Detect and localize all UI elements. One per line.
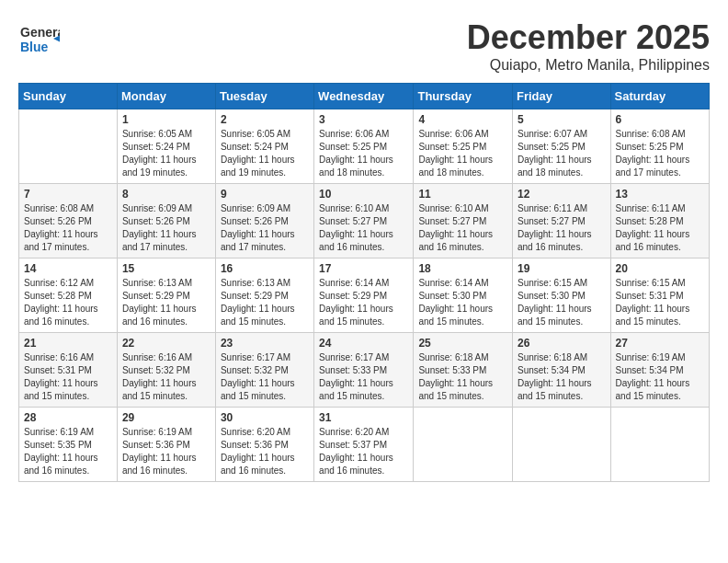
table-row: 3Sunrise: 6:06 AMSunset: 5:25 PMDaylight…: [314, 109, 414, 184]
day-number: 7: [24, 188, 112, 201]
day-number: 20: [616, 262, 704, 275]
table-row: 15Sunrise: 6:13 AMSunset: 5:29 PMDayligh…: [117, 259, 215, 333]
header-saturday: Saturday: [610, 84, 709, 109]
table-row: 27Sunrise: 6:19 AMSunset: 5:34 PMDayligh…: [610, 333, 709, 408]
header-thursday: Thursday: [414, 84, 513, 109]
day-number: 21: [24, 337, 112, 350]
day-number: 31: [319, 411, 408, 424]
table-row: 26Sunrise: 6:18 AMSunset: 5:34 PMDayligh…: [513, 333, 611, 408]
day-info: Sunrise: 6:06 AMSunset: 5:25 PMDaylight:…: [319, 128, 408, 179]
table-row: [414, 408, 513, 482]
day-number: 15: [122, 262, 210, 275]
table-row: 29Sunrise: 6:19 AMSunset: 5:36 PMDayligh…: [117, 408, 215, 482]
table-row: 28Sunrise: 6:19 AMSunset: 5:35 PMDayligh…: [19, 408, 118, 482]
table-row: 9Sunrise: 6:09 AMSunset: 5:26 PMDaylight…: [215, 184, 313, 259]
page-header: General Blue December 2025 Quiapo, Metro…: [18, 18, 710, 74]
table-row: 19Sunrise: 6:15 AMSunset: 5:30 PMDayligh…: [513, 259, 611, 333]
table-row: 23Sunrise: 6:17 AMSunset: 5:32 PMDayligh…: [215, 333, 313, 408]
day-number: 3: [319, 113, 408, 126]
day-info: Sunrise: 6:16 AMSunset: 5:32 PMDaylight:…: [122, 351, 210, 403]
day-info: Sunrise: 6:20 AMSunset: 5:36 PMDaylight:…: [221, 426, 309, 477]
day-number: 8: [122, 188, 210, 201]
day-info: Sunrise: 6:18 AMSunset: 5:34 PMDaylight:…: [518, 351, 606, 403]
day-info: Sunrise: 6:14 AMSunset: 5:29 PMDaylight:…: [319, 277, 408, 328]
header-monday: Monday: [117, 84, 215, 109]
day-number: 25: [418, 337, 507, 350]
table-row: 14Sunrise: 6:12 AMSunset: 5:28 PMDayligh…: [19, 259, 118, 333]
calendar-header-row: Sunday Monday Tuesday Wednesday Thursday…: [19, 84, 710, 109]
calendar-week-4: 21Sunrise: 6:16 AMSunset: 5:31 PMDayligh…: [19, 333, 710, 408]
header-tuesday: Tuesday: [215, 84, 313, 109]
table-row: 17Sunrise: 6:14 AMSunset: 5:29 PMDayligh…: [314, 259, 414, 333]
day-info: Sunrise: 6:17 AMSunset: 5:33 PMDaylight:…: [319, 351, 408, 403]
table-row: 13Sunrise: 6:11 AMSunset: 5:28 PMDayligh…: [610, 184, 709, 259]
table-row: 16Sunrise: 6:13 AMSunset: 5:29 PMDayligh…: [215, 259, 313, 333]
table-row: 4Sunrise: 6:06 AMSunset: 5:25 PMDaylight…: [414, 109, 513, 184]
day-number: 6: [616, 113, 704, 126]
day-number: 13: [616, 188, 704, 201]
day-number: 18: [418, 262, 507, 275]
day-number: 27: [616, 337, 704, 350]
day-info: Sunrise: 6:05 AMSunset: 5:24 PMDaylight:…: [122, 128, 210, 179]
calendar-week-3: 14Sunrise: 6:12 AMSunset: 5:28 PMDayligh…: [19, 259, 710, 333]
day-info: Sunrise: 6:10 AMSunset: 5:27 PMDaylight:…: [418, 202, 507, 254]
calendar-week-5: 28Sunrise: 6:19 AMSunset: 5:35 PMDayligh…: [19, 408, 710, 482]
day-info: Sunrise: 6:20 AMSunset: 5:37 PMDaylight:…: [319, 426, 408, 477]
day-number: 5: [518, 113, 606, 126]
table-row: 10Sunrise: 6:10 AMSunset: 5:27 PMDayligh…: [314, 184, 414, 259]
day-info: Sunrise: 6:09 AMSunset: 5:26 PMDaylight:…: [122, 202, 210, 254]
day-info: Sunrise: 6:06 AMSunset: 5:25 PMDaylight:…: [418, 128, 507, 179]
header-wednesday: Wednesday: [314, 84, 414, 109]
logo: General Blue: [18, 18, 60, 60]
day-number: 24: [319, 337, 408, 350]
day-info: Sunrise: 6:11 AMSunset: 5:27 PMDaylight:…: [518, 202, 606, 254]
day-info: Sunrise: 6:18 AMSunset: 5:33 PMDaylight:…: [418, 351, 507, 403]
day-number: 29: [122, 411, 210, 424]
day-number: 19: [518, 262, 606, 275]
day-info: Sunrise: 6:05 AMSunset: 5:24 PMDaylight:…: [221, 128, 309, 179]
day-number: 14: [24, 262, 112, 275]
day-info: Sunrise: 6:11 AMSunset: 5:28 PMDaylight:…: [616, 202, 704, 254]
header-friday: Friday: [513, 84, 611, 109]
table-row: [513, 408, 611, 482]
day-info: Sunrise: 6:14 AMSunset: 5:30 PMDaylight:…: [418, 277, 507, 328]
day-number: 12: [518, 188, 606, 201]
day-number: 16: [221, 262, 309, 275]
calendar-week-1: 1Sunrise: 6:05 AMSunset: 5:24 PMDaylight…: [19, 109, 710, 184]
day-info: Sunrise: 6:19 AMSunset: 5:35 PMDaylight:…: [24, 426, 112, 477]
table-row: 21Sunrise: 6:16 AMSunset: 5:31 PMDayligh…: [19, 333, 118, 408]
table-row: 24Sunrise: 6:17 AMSunset: 5:33 PMDayligh…: [314, 333, 414, 408]
general-blue-logo-icon: General Blue: [18, 18, 60, 60]
table-row: 5Sunrise: 6:07 AMSunset: 5:25 PMDaylight…: [513, 109, 611, 184]
day-number: 22: [122, 337, 210, 350]
table-row: 22Sunrise: 6:16 AMSunset: 5:32 PMDayligh…: [117, 333, 215, 408]
table-row: 11Sunrise: 6:10 AMSunset: 5:27 PMDayligh…: [414, 184, 513, 259]
day-number: 23: [221, 337, 309, 350]
day-info: Sunrise: 6:19 AMSunset: 5:34 PMDaylight:…: [616, 351, 704, 403]
table-row: 18Sunrise: 6:14 AMSunset: 5:30 PMDayligh…: [414, 259, 513, 333]
day-number: 4: [418, 113, 507, 126]
day-info: Sunrise: 6:17 AMSunset: 5:32 PMDaylight:…: [221, 351, 309, 403]
location-subtitle: Quiapo, Metro Manila, Philippines: [467, 57, 710, 74]
day-number: 11: [418, 188, 507, 201]
day-number: 1: [122, 113, 210, 126]
day-number: 30: [221, 411, 309, 424]
svg-text:Blue: Blue: [20, 40, 49, 54]
day-number: 10: [319, 188, 408, 201]
calendar-week-2: 7Sunrise: 6:08 AMSunset: 5:26 PMDaylight…: [19, 184, 710, 259]
month-title: December 2025: [467, 18, 710, 57]
header-sunday: Sunday: [19, 84, 118, 109]
table-row: 12Sunrise: 6:11 AMSunset: 5:27 PMDayligh…: [513, 184, 611, 259]
table-row: 20Sunrise: 6:15 AMSunset: 5:31 PMDayligh…: [610, 259, 709, 333]
table-row: [610, 408, 709, 482]
day-number: 9: [221, 188, 309, 201]
table-row: 2Sunrise: 6:05 AMSunset: 5:24 PMDaylight…: [215, 109, 313, 184]
day-number: 17: [319, 262, 408, 275]
day-info: Sunrise: 6:13 AMSunset: 5:29 PMDaylight:…: [221, 277, 309, 328]
svg-text:General: General: [20, 25, 60, 40]
table-row: 8Sunrise: 6:09 AMSunset: 5:26 PMDaylight…: [117, 184, 215, 259]
table-row: 7Sunrise: 6:08 AMSunset: 5:26 PMDaylight…: [19, 184, 118, 259]
calendar-table: Sunday Monday Tuesday Wednesday Thursday…: [18, 83, 710, 482]
day-info: Sunrise: 6:13 AMSunset: 5:29 PMDaylight:…: [122, 277, 210, 328]
day-info: Sunrise: 6:19 AMSunset: 5:36 PMDaylight:…: [122, 426, 210, 477]
